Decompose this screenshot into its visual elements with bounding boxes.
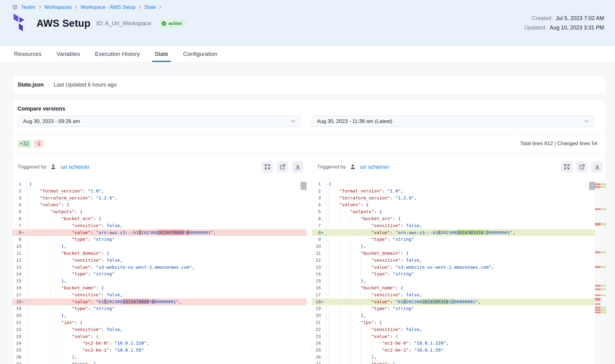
indent-guide [329, 340, 339, 347]
breadcrumb-link-workspaces[interactable]: Workspaces [44, 4, 72, 10]
code-text: "value": { [27, 333, 306, 340]
line-number: 17 [312, 291, 321, 298]
line-number: 17 [12, 291, 21, 298]
change-marker [21, 201, 27, 208]
change-marker [321, 188, 326, 195]
breadcrumb-link-testim[interactable]: Testim [21, 4, 36, 10]
indent-guide [360, 347, 371, 354]
indent-guide [329, 229, 339, 236]
change-marker: − [21, 298, 27, 305]
indent-guide [339, 312, 350, 319]
code-line: 7"sensitive": false, [312, 222, 595, 229]
indent-guide [360, 222, 371, 229]
minimap-mark [595, 266, 606, 268]
indent-guide [50, 312, 61, 319]
line-number: 6 [312, 215, 321, 222]
change-marker [21, 264, 27, 271]
line-number: 15 [12, 277, 21, 284]
chevron-right-icon [39, 5, 41, 9]
indent-guide [40, 215, 50, 222]
minimap-mark [595, 309, 606, 311]
code-text: "format_version": "1.0", [326, 188, 595, 195]
indent-guide [329, 284, 339, 291]
line-gutter: 20 [312, 312, 326, 319]
indent-guide [339, 208, 350, 215]
triggered-by-user-link[interactable]: uri scheiner [61, 164, 90, 170]
tab-resources[interactable]: Resources [14, 46, 42, 62]
scrollbar-thumb[interactable] [301, 182, 306, 190]
indent-guide [329, 264, 339, 271]
indent-guide [29, 201, 40, 208]
tab-state[interactable]: State [155, 46, 168, 62]
indent-guide [371, 340, 382, 347]
indent-guide [350, 312, 360, 319]
indent-guide [61, 354, 72, 361]
indent-guide [339, 277, 350, 284]
state-diff-card: Compare versions Aug 30, 2023 - 09:26 am… [12, 99, 606, 364]
pane-actions [561, 161, 603, 173]
indent-guide [360, 340, 371, 347]
version-select-left[interactable]: Aug 30, 2023 - 09:26 am [18, 116, 301, 127]
code-line: 25"ec2-be-1": "10.0.1.59" [12, 347, 306, 354]
line-gutter: 26 [12, 354, 27, 361]
line-gutter: 2 [12, 188, 27, 195]
tab-bar: ResourcesVariablesExecution HistoryState… [0, 46, 615, 62]
line-gutter: 13 [312, 264, 326, 271]
indent-guide [50, 291, 61, 298]
line-number: 4 [312, 201, 321, 208]
minimap-mark [595, 303, 600, 305]
expand-button[interactable] [261, 161, 273, 173]
indent-guide [339, 354, 350, 361]
diff-pane-new: Triggered byuri scheiner1{2"format_versi… [312, 153, 606, 364]
indent-guide [61, 298, 72, 305]
tab-variables[interactable]: Variables [56, 46, 80, 62]
download-button[interactable] [292, 161, 303, 173]
open-external-button[interactable] [277, 161, 288, 173]
line-number: 27 [12, 361, 21, 364]
tab-execution-history[interactable]: Execution History [95, 46, 140, 62]
download-button[interactable] [591, 161, 603, 173]
code-area: 1{2"format_version": "1.0",3"terraform_v… [12, 181, 306, 364]
indent-guide [339, 257, 350, 264]
indent-guide [61, 229, 72, 236]
pane-actions [261, 161, 303, 173]
code-line: 26}, [312, 354, 595, 361]
indent-guide [371, 347, 382, 354]
expand-button[interactable] [561, 161, 572, 173]
indent-guide [350, 250, 360, 257]
indent-guide [61, 257, 72, 264]
change-marker [321, 250, 326, 257]
change-marker [21, 291, 27, 298]
indent-guide [360, 305, 371, 312]
indent-guide [329, 236, 339, 243]
indent-guide [329, 333, 339, 340]
breadcrumb-link-workspace-aws-setup[interactable]: Workspace - AWS Setup [80, 4, 135, 10]
code-line: 19"type": "string" [312, 305, 595, 312]
triggered-by-user-link[interactable]: uri scheiner [360, 164, 389, 170]
change-marker [21, 236, 27, 243]
code-line: 18+"value": "b16202308301838531812000000… [312, 298, 595, 305]
open-external-button[interactable] [576, 161, 588, 173]
triggered-by-label: Triggered by [317, 164, 346, 170]
change-marker [21, 243, 27, 250]
line-gutter: 22 [12, 326, 27, 333]
change-marker [321, 333, 326, 340]
code-text: "bucket_name": { [326, 284, 595, 291]
line-number: 22 [12, 326, 21, 333]
change-marker [21, 361, 27, 364]
indent-guide [50, 236, 61, 243]
version-select-right[interactable]: Aug 30, 2023 - 11:39 am (Latest) [312, 116, 595, 127]
code-text: "outputs": { [27, 208, 306, 215]
code-text: "bucket_domain": { [326, 250, 595, 257]
code-text: "terraform_version": "1.2.9", [326, 195, 595, 202]
line-gutter: 1 [12, 181, 27, 188]
line-number: 13 [12, 264, 21, 271]
tab-configuration[interactable]: Configuration [183, 46, 217, 62]
change-marker [21, 340, 27, 347]
code-line: 6"bucket_arn": { [312, 215, 595, 222]
indent-guide [350, 243, 360, 250]
scrollbar-thumb[interactable] [589, 182, 595, 190]
breadcrumb-link-state[interactable]: State [144, 4, 156, 10]
change-marker [321, 201, 326, 208]
code-line: 16"bucket_name": { [12, 284, 306, 291]
